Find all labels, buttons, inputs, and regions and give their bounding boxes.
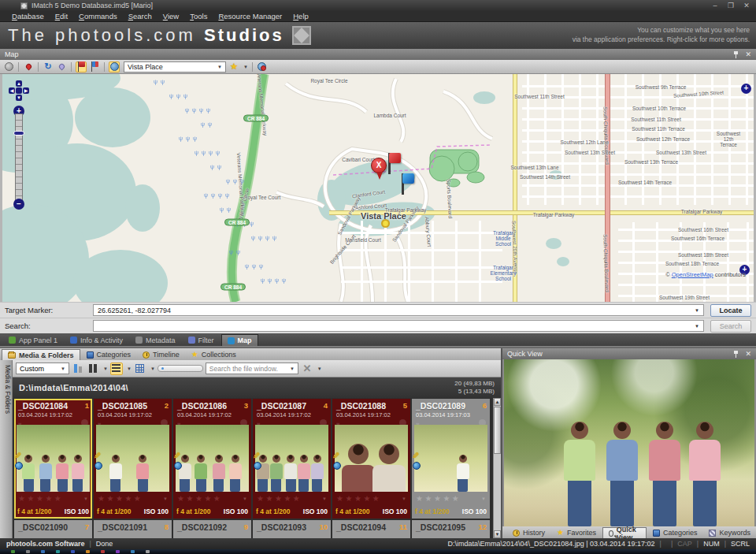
- taskbar-app-icon[interactable]: [146, 550, 150, 553]
- thumbnail-_DSC021093[interactable]: _DSC02109310: [253, 520, 331, 538]
- show-markers-icon[interactable]: [76, 61, 87, 73]
- rating-dropdown-icon[interactable]: ▼: [243, 496, 247, 501]
- dock-tab-info-activity[interactable]: Info & Activity: [65, 334, 128, 346]
- favorites-icon[interactable]: ★: [228, 61, 239, 73]
- group-dropdown-icon[interactable]: ▼: [103, 366, 108, 371]
- osm-link[interactable]: OpenStreetMap: [672, 271, 713, 278]
- rating-stars[interactable]: ★★★★★: [18, 494, 63, 503]
- add-marker-icon[interactable]: [23, 61, 34, 73]
- file-tab-media-folders[interactable]: Media & Folders: [2, 349, 80, 360]
- close-panel-icon[interactable]: ✕: [745, 50, 751, 58]
- scroll-down-icon[interactable]: ▼: [494, 530, 501, 538]
- thumbnail-_DSC021094[interactable]: _DSC02109411: [332, 520, 410, 538]
- sort-icon[interactable]: [72, 363, 84, 375]
- thumbnail-_DSC021086[interactable]: _DSC021086303.04.2014 19:17:02♥✎★★★★★▼f …: [173, 399, 251, 519]
- rating-dropdown-icon[interactable]: ▼: [322, 496, 327, 501]
- file-tab-collections[interactable]: ★Collections: [186, 349, 242, 360]
- sync-map-icon[interactable]: ↻: [43, 61, 54, 73]
- taskbar-app-icon[interactable]: [101, 550, 105, 553]
- map-search-input[interactable]: ▼: [93, 320, 704, 332]
- thumbnail-_DSC021087[interactable]: _DSC021087403.04.2014 19:17:02♥✎★★★★★▼f …: [253, 399, 331, 519]
- taskbar-app-icon[interactable]: [26, 550, 30, 553]
- quick-view-image[interactable]: [504, 359, 754, 526]
- thumbnail-_DSC021092[interactable]: _DSC0210929: [173, 520, 251, 538]
- menu-commands[interactable]: Commands: [73, 12, 123, 20]
- windows-taskbar[interactable]: [0, 549, 756, 554]
- zoom-handle[interactable]: [13, 131, 24, 136]
- target-marker-input[interactable]: 26.625261, -82.027794▼: [93, 304, 704, 316]
- taskbar-app-icon[interactable]: [86, 550, 90, 553]
- group-columns-icon[interactable]: [87, 363, 99, 375]
- red-flag-marker[interactable]: [386, 153, 400, 175]
- rating-dropdown-icon[interactable]: ▼: [83, 496, 88, 501]
- thumbnail-size-slider[interactable]: [158, 365, 203, 372]
- rating-dropdown-icon[interactable]: ▼: [402, 496, 406, 501]
- locate-button[interactable]: Locate: [710, 304, 751, 317]
- thumbnail-_DSC021089[interactable]: _DSC021089603.04.2014 19:17:03♥✎★★★★★▼f …: [412, 399, 490, 519]
- qv-close-icon[interactable]: ✕: [745, 350, 751, 358]
- clear-search-icon[interactable]: ✕: [301, 363, 313, 375]
- menu-database[interactable]: Database: [6, 12, 50, 20]
- favorites-dropdown-icon[interactable]: ▼: [243, 65, 248, 69]
- dock-tab-app-panel-1[interactable]: App Panel 1: [3, 334, 63, 346]
- qv-tab-quick-view[interactable]: Quick View: [602, 527, 647, 538]
- pan-right-button[interactable]: +: [741, 84, 751, 94]
- thumbnail-_DSC021084[interactable]: _DSC021084103.04.2014 19:17:02♥✎★★★★★▼f …: [14, 399, 92, 519]
- vertical-scrollbar[interactable]: ▲ ▼: [493, 398, 501, 538]
- scrollbar-thumb[interactable]: [494, 407, 501, 454]
- show-all-markers-icon[interactable]: [89, 61, 100, 73]
- taskbar-app-icon[interactable]: [71, 550, 75, 553]
- menu-search[interactable]: Search: [123, 12, 158, 20]
- blue-flag-marker[interactable]: [399, 173, 413, 195]
- taskbar-app-icon[interactable]: [131, 550, 135, 553]
- qv-tab-history[interactable]: History: [507, 527, 550, 538]
- thumbnail-_DSC021090[interactable]: _DSC0210907: [14, 520, 92, 538]
- geotag-icon[interactable]: [257, 61, 268, 73]
- yellow-dot-marker[interactable]: [381, 219, 390, 228]
- rating-stars[interactable]: ★★★★★: [336, 494, 381, 503]
- map-search-button[interactable]: Search: [710, 320, 751, 333]
- thumbnail-_DSC021091[interactable]: _DSC0210918: [94, 520, 172, 538]
- rating-stars[interactable]: ★★★★★: [177, 494, 222, 503]
- menu-help[interactable]: Help: [287, 12, 314, 20]
- taskbar-app-icon[interactable]: [56, 550, 60, 553]
- thumbnail-_DSC021095[interactable]: _DSC02109512: [412, 520, 490, 538]
- qv-tab-keywords[interactable]: Keywords: [703, 527, 756, 538]
- file-tab-timeline[interactable]: Timeline: [137, 349, 185, 360]
- close-button[interactable]: ✕: [740, 2, 753, 9]
- layout-dropdown-icon[interactable]: ▼: [127, 366, 132, 371]
- thumbnail-_DSC021085[interactable]: _DSC021085203.04.2014 19:17:02♥✎★★★★★▼f …: [94, 399, 172, 519]
- map-canvas[interactable]: ψψψψψψψψψψψψψψψψψψψψψψψψψψψψψψψψψψψψψψψψ…: [0, 74, 756, 302]
- location-combo[interactable]: Vista Place▼: [124, 61, 226, 73]
- rating-stars[interactable]: ★★★★★: [257, 494, 302, 503]
- pin-location-icon[interactable]: [56, 61, 67, 73]
- dock-tab-map[interactable]: Map: [221, 334, 258, 346]
- file-search-input[interactable]: Search the file window.▼: [206, 363, 298, 374]
- minimize-button[interactable]: –: [709, 2, 721, 9]
- restore-button[interactable]: ❐: [724, 2, 737, 9]
- grid-dropdown-icon[interactable]: ▼: [150, 366, 155, 371]
- folder-path[interactable]: D:\imdata\Emma\2014\04\: [19, 383, 454, 392]
- menu-edit[interactable]: Edit: [50, 12, 73, 20]
- media-folders-side-tab[interactable]: Media & Folders: [0, 360, 13, 538]
- menu-tools[interactable]: Tools: [184, 12, 213, 20]
- view-preset-combo[interactable]: Custom▼: [16, 363, 69, 374]
- qv-tab-categories[interactable]: Categories: [647, 527, 703, 538]
- menu-resource-manager[interactable]: Resource Manager: [213, 12, 287, 20]
- rating-dropdown-icon[interactable]: ▼: [481, 496, 486, 501]
- grid-layout-icon[interactable]: [134, 363, 146, 375]
- map-compass[interactable]: ▲▼ ◀▶: [9, 80, 29, 101]
- rating-stars[interactable]: ★★★★★: [98, 494, 143, 503]
- search-options-icon[interactable]: ▼: [317, 366, 322, 371]
- list-layout-icon[interactable]: [110, 363, 123, 375]
- menu-view[interactable]: View: [158, 12, 184, 20]
- taskbar-app-icon[interactable]: [41, 550, 45, 553]
- map-zoom-slider[interactable]: + −: [13, 106, 24, 208]
- file-tab-categories[interactable]: Categories: [81, 349, 137, 360]
- rating-stars[interactable]: ★★★★★: [416, 494, 461, 503]
- taskbar-app-icon[interactable]: [116, 550, 120, 553]
- dock-tab-metadata[interactable]: Metadata: [130, 334, 181, 346]
- dock-tab-filter[interactable]: Filter: [183, 334, 220, 346]
- qv-tab-favorites[interactable]: ★Favorites: [551, 527, 602, 538]
- target-x-marker[interactable]: X: [371, 158, 387, 173]
